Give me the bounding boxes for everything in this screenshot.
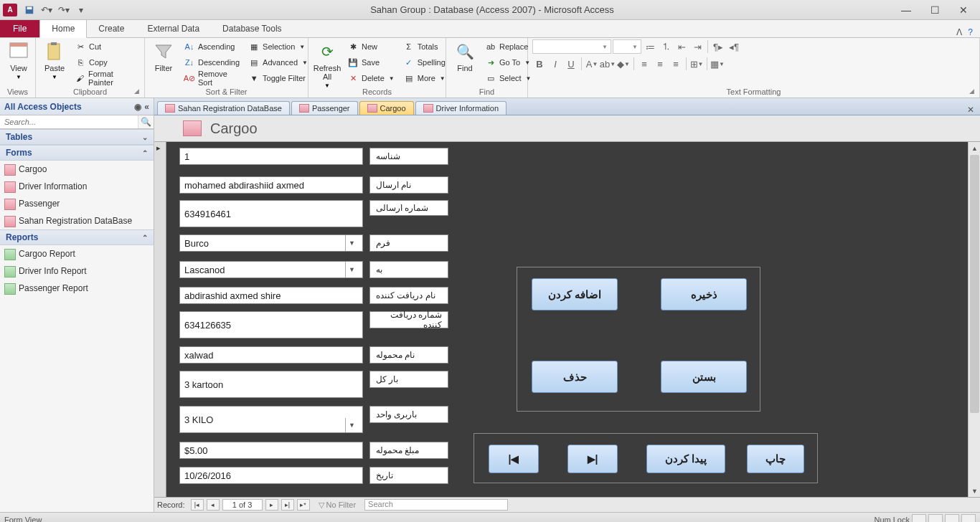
ltr-icon[interactable]: ¶▸: [711, 39, 725, 54]
undo-icon[interactable]: ↶▾: [40, 4, 53, 16]
select-button[interactable]: ▭Select▼: [482, 71, 534, 85]
font-color-icon[interactable]: A▼: [585, 57, 599, 71]
totals-button[interactable]: ΣTotals: [400, 39, 448, 54]
find-form-button[interactable]: پیدا کردن: [646, 445, 725, 473]
view-button[interactable]: View▼: [4, 39, 33, 82]
record-search-box[interactable]: Search: [364, 499, 508, 511]
maximize-button[interactable]: ☐: [925, 4, 944, 16]
nav-item-passenger-report[interactable]: Passenger Report: [0, 280, 154, 297]
total-load-field[interactable]: 3 kartoon: [179, 371, 363, 398]
underline-icon[interactable]: U: [564, 57, 578, 71]
nav-item-driver-info[interactable]: Driver Information: [0, 178, 154, 195]
gridlines-icon[interactable]: ⊞▼: [689, 57, 704, 71]
form-view-button[interactable]: [912, 514, 926, 523]
database-tools-tab[interactable]: Database Tools: [211, 20, 293, 37]
tab-cargoo[interactable]: Cargoo: [359, 101, 414, 115]
ribbon-minimize-icon[interactable]: ᐱ: [956, 27, 962, 37]
nav-section-tables[interactable]: Tables⌄: [0, 129, 154, 145]
first-record-button[interactable]: |◀: [489, 445, 539, 473]
filter-button[interactable]: Filter: [149, 39, 178, 74]
unit-load-combo[interactable]: 3 KILO▼: [179, 406, 363, 433]
nav-item-driver-report[interactable]: Driver Info Report: [0, 262, 154, 280]
scroll-thumb[interactable]: [970, 155, 979, 413]
clipboard-launcher-icon[interactable]: ◢: [134, 87, 143, 96]
chevron-down-icon[interactable]: ▼: [345, 262, 358, 277]
nav-section-reports[interactable]: Reports⌃: [0, 229, 154, 245]
nav-search-input[interactable]: [0, 115, 138, 128]
add-button[interactable]: اضافه کردن: [532, 278, 618, 310]
copy-button[interactable]: ⎘Copy: [72, 55, 140, 70]
align-left-icon[interactable]: ≡: [637, 57, 651, 71]
amount-field[interactable]: $5.00: [179, 442, 363, 459]
vertical-scrollbar[interactable]: ▲ ▼: [968, 142, 980, 497]
refresh-all-button[interactable]: ⟳Refresh All▼: [313, 39, 341, 90]
spelling-button[interactable]: ✓Spelling: [400, 55, 448, 70]
numbering-icon[interactable]: ⒈: [659, 39, 673, 54]
to-combo[interactable]: Lascanod▼: [179, 261, 363, 278]
paste-button[interactable]: Paste▼: [40, 39, 69, 82]
selection-button[interactable]: ▦Selection▼: [245, 39, 311, 54]
nav-last-button[interactable]: ▸|: [281, 499, 294, 511]
text-formatting-launcher-icon[interactable]: ◢: [969, 87, 978, 96]
last-record-button[interactable]: ▶|: [567, 445, 618, 473]
tab-sahan-reg[interactable]: Sahan Registration DataBase: [157, 101, 290, 115]
sender-name-field[interactable]: mohamed abdirashiid axmed: [179, 176, 363, 194]
design-view-button[interactable]: [961, 514, 976, 523]
no-filter-indicator[interactable]: ▽No Filter: [319, 500, 357, 510]
replace-button[interactable]: abReplace: [482, 39, 534, 54]
chevron-down-icon[interactable]: ▼: [345, 235, 358, 251]
nav-item-sahan-reg[interactable]: Sahan Registration DataBase: [0, 212, 154, 229]
more-button[interactable]: ▤More▼: [400, 71, 448, 85]
nav-collapse-icon[interactable]: «: [144, 102, 149, 112]
redo-icon[interactable]: ↷▾: [57, 4, 70, 16]
toggle-filter-button[interactable]: ▼Toggle Filter: [245, 71, 311, 85]
receiver-num-field[interactable]: 634126635: [179, 311, 363, 338]
date-field[interactable]: 10/26/2016: [179, 467, 363, 484]
datasheet-view-button[interactable]: [928, 514, 943, 523]
sender-num-field[interactable]: 634916461: [179, 200, 363, 227]
nav-item-cargoo-report[interactable]: Cargoo Report: [0, 245, 154, 262]
bullets-icon[interactable]: ≔: [643, 39, 657, 54]
layout-view-button[interactable]: [945, 514, 959, 523]
find-button[interactable]: 🔍Find: [451, 39, 479, 74]
italic-icon[interactable]: I: [548, 57, 562, 71]
home-tab[interactable]: Home: [39, 19, 87, 38]
tab-passenger[interactable]: Passenger: [291, 101, 358, 115]
record-selector[interactable]: [154, 142, 166, 497]
qat-customize-icon[interactable]: ▾: [75, 4, 88, 16]
delete-button[interactable]: ✕Delete▼: [344, 71, 397, 85]
nav-item-passenger[interactable]: Passenger: [0, 195, 154, 212]
fill-color-icon[interactable]: ◆▼: [616, 57, 631, 71]
minimize-button[interactable]: —: [897, 4, 915, 16]
ascending-button[interactable]: A↓Ascending: [181, 39, 242, 54]
save-record-button[interactable]: 💾Save: [344, 55, 397, 70]
nav-item-cargoo[interactable]: Cargoo: [0, 161, 154, 178]
bold-icon[interactable]: B: [532, 57, 547, 71]
font-combo[interactable]: ▼: [532, 39, 611, 54]
cut-button[interactable]: ✂Cut: [72, 39, 140, 54]
nav-section-forms[interactable]: Forms⌃: [0, 145, 154, 161]
from-combo[interactable]: Burco▼: [179, 234, 363, 252]
nav-header[interactable]: All Access Objects ◉«: [0, 98, 154, 115]
align-right-icon[interactable]: ≡: [669, 57, 683, 71]
close-button[interactable]: ✕: [954, 4, 973, 16]
indent-dec-icon[interactable]: ⇤: [674, 39, 689, 54]
save-icon[interactable]: [23, 4, 36, 16]
alt-fill-icon[interactable]: ▦▼: [710, 57, 725, 71]
highlight-icon[interactable]: ab▼: [600, 57, 615, 71]
advanced-button[interactable]: ▤Advanced▼: [245, 55, 311, 70]
search-icon[interactable]: 🔍: [138, 115, 154, 128]
close-tab-icon[interactable]: ✕: [961, 105, 980, 115]
indent-inc-icon[interactable]: ⇥: [690, 39, 705, 54]
font-size-combo[interactable]: ▼: [613, 39, 641, 54]
goto-button[interactable]: ➜Go To▼: [482, 55, 534, 70]
nav-prev-button[interactable]: ◂: [207, 499, 220, 511]
id-field[interactable]: 1: [179, 148, 363, 165]
chevron-down-icon[interactable]: ▼: [345, 418, 358, 432]
rtl-icon[interactable]: ◂¶: [727, 39, 741, 54]
align-center-icon[interactable]: ≡: [653, 57, 667, 71]
nav-first-button[interactable]: |◂: [191, 499, 204, 511]
descending-button[interactable]: Z↓Descending: [181, 55, 242, 70]
delete-form-button[interactable]: حذف: [532, 361, 618, 393]
remove-sort-button[interactable]: A⊘Remove Sort: [181, 71, 242, 85]
